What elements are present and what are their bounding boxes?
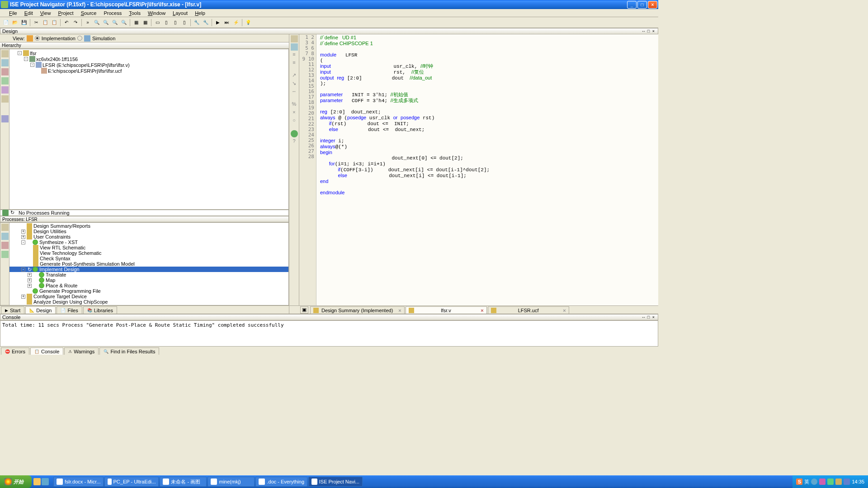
toolbar-button[interactable]: »: [84, 19, 92, 27]
toolbar-button[interactable]: 🔍: [120, 19, 128, 27]
editor-tool-icon[interactable]: %: [291, 101, 298, 108]
panel-close-icon[interactable]: ×: [651, 315, 656, 319]
editor-tool-icon[interactable]: ?: [291, 138, 298, 145]
editor-tab-list-icon[interactable]: ▣: [300, 306, 308, 314]
code-editor[interactable]: //`define UD #1 //`define CHIPSCOPE 1 mo…: [316, 34, 658, 305]
tab-start[interactable]: ▶Start: [1, 306, 24, 314]
tree-expander[interactable]: -: [24, 57, 28, 61]
editor-tool-icon[interactable]: ○: [291, 117, 298, 125]
editor-tool-icon[interactable]: ≡: [291, 60, 298, 67]
tree-expander[interactable]: +: [28, 273, 32, 277]
toolbar-button[interactable]: ▭: [153, 19, 161, 27]
process-item[interactable]: View RTL Schematic: [9, 245, 288, 250]
toolbar-button[interactable]: 🔍: [111, 19, 119, 27]
side-tool-icon[interactable]: [1, 86, 9, 94]
maximize-button[interactable]: □: [637, 1, 647, 9]
editor-tool-icon[interactable]: ≡: [291, 52, 298, 59]
hierarchy-tree[interactable]: -lfsr -xc6vlx240t-1ff1156 -LFSR (E:\chip…: [9, 49, 288, 209]
side-tool-icon[interactable]: [1, 95, 9, 103]
menu-view[interactable]: View: [37, 10, 55, 16]
panel-float-icon[interactable]: □: [646, 315, 651, 319]
editor-tab[interactable]: LFSR.ucf×: [488, 306, 569, 314]
toolbar-button[interactable]: ↷: [71, 19, 80, 27]
editor-tool-icon[interactable]: [291, 43, 298, 51]
process-item[interactable]: ↻Generate Programming File: [9, 288, 288, 294]
side-tool-icon[interactable]: [1, 233, 9, 240]
menu-source[interactable]: Source: [77, 10, 100, 16]
console-tab-errors[interactable]: ⛔Errors: [1, 347, 29, 355]
menu-file[interactable]: File: [5, 10, 21, 16]
side-tool-icon[interactable]: [1, 115, 9, 122]
side-tool-icon[interactable]: [1, 50, 9, 57]
side-tool-icon[interactable]: [1, 77, 9, 84]
tree-expander[interactable]: -: [30, 63, 34, 67]
toolbar-button[interactable]: 📂: [11, 19, 19, 27]
process-item[interactable]: +↻Translate: [9, 272, 288, 277]
tab-close-icon[interactable]: ×: [398, 308, 401, 313]
toolbar-button[interactable]: 📋: [41, 19, 49, 27]
editor-tool-icon[interactable]: ↔: [291, 89, 298, 96]
process-item[interactable]: -↻Synthesize - XST: [9, 239, 288, 245]
editor-tab[interactable]: Design Summary (Implemented)×: [310, 306, 405, 314]
tree-expander[interactable]: +: [21, 295, 25, 299]
toolbar-button[interactable]: ▦: [132, 19, 140, 27]
tree-expander[interactable]: -: [18, 51, 22, 55]
process-item[interactable]: Generate Post-Synthesis Simulation Model: [9, 261, 288, 267]
process-item[interactable]: +↻Map: [9, 277, 288, 283]
toolbar-button[interactable]: 📄: [2, 19, 10, 27]
menu-help[interactable]: Help: [191, 10, 209, 16]
toolbar-button[interactable]: ▦: [141, 19, 149, 27]
tree-expander[interactable]: +: [21, 230, 25, 234]
process-item[interactable]: Check Syntax: [9, 256, 288, 261]
process-item[interactable]: -↻Implement Design: [9, 267, 288, 272]
process-item[interactable]: +User Constraints: [9, 234, 288, 239]
process-item[interactable]: View Technology Schematic: [9, 250, 288, 256]
toolbar-button[interactable]: 🔍: [93, 19, 101, 27]
tree-expander[interactable]: +: [28, 278, 32, 282]
editor-tab[interactable]: lfsr.v×: [406, 306, 487, 314]
editor-tool-icon[interactable]: [291, 130, 298, 137]
toolbar-button[interactable]: ↶: [62, 19, 71, 27]
menu-edit[interactable]: Edit: [21, 10, 37, 16]
menu-tools[interactable]: Tools: [125, 10, 144, 16]
close-button[interactable]: ×: [648, 1, 657, 9]
panel-left-icon[interactable]: ↔: [641, 315, 646, 319]
tree-expander[interactable]: -: [21, 267, 25, 272]
toolbar-button[interactable]: ▯: [162, 19, 170, 27]
process-item[interactable]: +Configure Target Device: [9, 294, 288, 299]
tab-close-icon[interactable]: ×: [563, 308, 566, 313]
minimize-button[interactable]: _: [627, 1, 637, 9]
editor-tool-icon[interactable]: ×: [291, 109, 298, 117]
side-tool-icon[interactable]: [1, 251, 9, 258]
editor-tool-icon[interactable]: [291, 35, 298, 42]
process-item[interactable]: +↻Place & Route: [9, 283, 288, 288]
editor-tool-icon[interactable]: ↘: [291, 80, 298, 88]
panel-left-icon[interactable]: ↔: [641, 29, 646, 33]
tab-libraries[interactable]: 📚Libraries: [83, 306, 117, 314]
menu-window[interactable]: Window: [144, 10, 169, 16]
side-tool-icon[interactable]: [1, 68, 9, 75]
console-tab-find-in-files-results[interactable]: 🔍Find in Files Results: [99, 347, 159, 355]
menu-process[interactable]: Process: [100, 10, 126, 16]
processes-tree[interactable]: Design Summary/Reports+Design Utilities+…: [9, 223, 288, 305]
toolbar-button[interactable]: ⚡: [232, 19, 240, 27]
side-tool-icon[interactable]: [1, 224, 9, 231]
toolbar-button[interactable]: ▯: [171, 19, 179, 27]
process-item[interactable]: Design Summary/Reports: [9, 223, 288, 229]
panel-float-icon[interactable]: □: [646, 29, 651, 33]
panel-close-icon[interactable]: ×: [651, 29, 656, 33]
toolbar-button[interactable]: ⏭: [223, 19, 231, 27]
toolbar-button[interactable]: 🔧: [202, 19, 210, 27]
implementation-radio[interactable]: [35, 36, 40, 41]
process-item[interactable]: Analyze Design Using ChipScope: [9, 299, 288, 305]
tree-expander[interactable]: +: [28, 284, 32, 288]
editor-tool-icon[interactable]: ↗: [291, 72, 298, 80]
toolbar-button[interactable]: ▯: [180, 19, 189, 27]
simulation-radio[interactable]: [77, 36, 82, 41]
tree-expander[interactable]: -: [21, 240, 25, 244]
console-output[interactable]: Total time: 11 secs Process "Generate Po…: [0, 320, 658, 347]
console-tab-warnings[interactable]: ⚠Warnings: [64, 347, 99, 355]
toolbar-button[interactable]: 💾: [20, 19, 28, 27]
toolbar-button[interactable]: 🔧: [193, 19, 201, 27]
tab-design[interactable]: 📐Design: [25, 306, 56, 314]
